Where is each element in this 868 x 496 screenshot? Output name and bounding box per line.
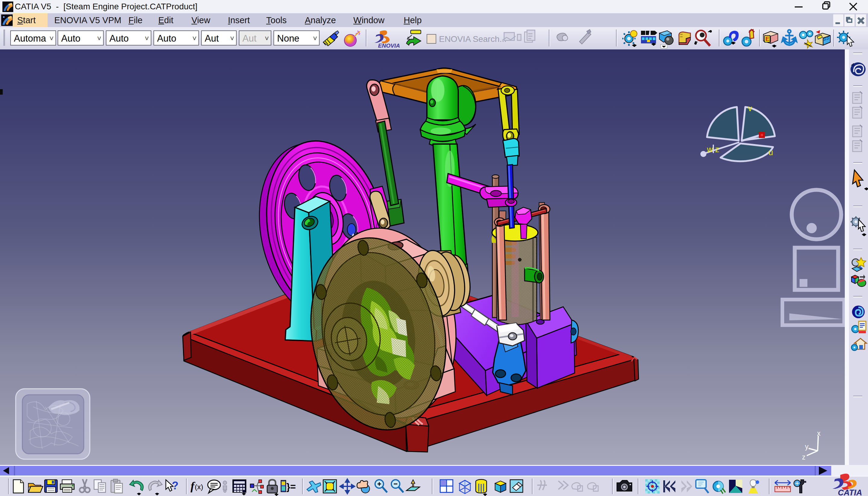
svg-text:y: y: [805, 443, 809, 450]
svg-text:u: u: [768, 148, 773, 157]
svg-text:w: w: [707, 145, 713, 154]
svg-text:}=: }=: [286, 481, 296, 492]
svg-text:x: x: [817, 430, 821, 437]
svg-text:ENOVIA Search...: ENOVIA Search...: [439, 34, 506, 44]
svg-text:(x): (x): [195, 483, 203, 491]
svg-text:z: z: [715, 145, 719, 154]
svg-text:z: z: [802, 453, 806, 461]
svg-text:?: ?: [172, 479, 179, 492]
svg-text:CATIA: CATIA: [838, 488, 862, 496]
svg-text:ENOVIA: ENOVIA: [378, 43, 400, 49]
svg-text:E: E: [765, 35, 770, 42]
svg-text:v: v: [748, 104, 752, 113]
